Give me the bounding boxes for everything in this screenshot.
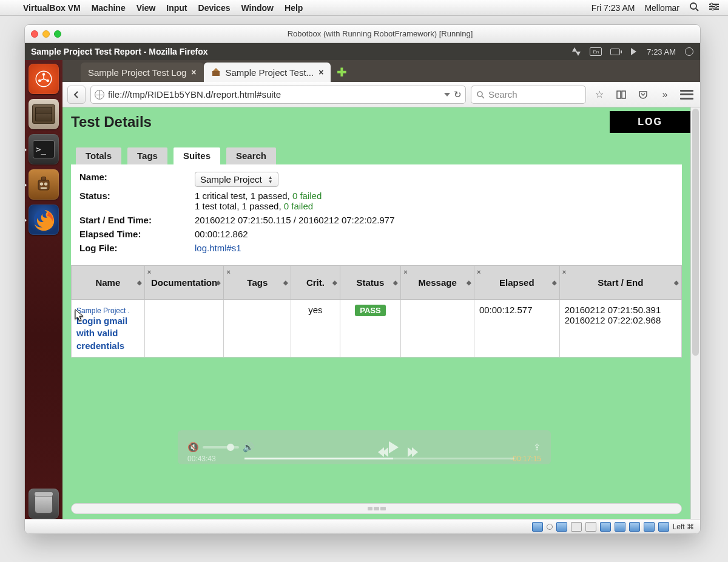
share-icon[interactable]: ⇪ xyxy=(533,442,541,453)
media-controls-overlay: 🔇🔊 ⇪ 00:43:43 -00:17:15 xyxy=(178,430,551,464)
vb-indicator-shared-icon[interactable] xyxy=(585,522,596,532)
control-center-icon[interactable] xyxy=(709,2,720,13)
cell-documentation xyxy=(144,300,224,357)
mac-menu-item[interactable]: View xyxy=(136,3,156,13)
vb-indicator-mouse-icon[interactable] xyxy=(658,522,669,532)
battery-indicator-icon[interactable] xyxy=(610,47,620,56)
bookmark-star-icon[interactable]: ☆ xyxy=(591,86,608,103)
vb-indicator-recording-icon[interactable] xyxy=(629,522,640,532)
hamburger-menu-icon[interactable] xyxy=(678,86,695,103)
tab-favicon-icon xyxy=(211,67,221,77)
keyboard-layout-indicator[interactable]: En xyxy=(590,47,602,56)
test-link[interactable]: Login gmail with valid credentials xyxy=(76,316,127,351)
svg-point-16 xyxy=(40,182,43,185)
col-elapsed[interactable]: ×Elapsed◆ xyxy=(474,266,559,300)
vb-status-bar: Left ⌘ xyxy=(25,519,700,533)
network-indicator-icon[interactable] xyxy=(571,47,581,56)
mac-menu-item[interactable]: Help xyxy=(285,3,303,13)
col-tags[interactable]: ×Tags◆ xyxy=(224,266,291,300)
name-label: Name: xyxy=(79,172,195,187)
mac-clock[interactable]: Fri 7:23 AM xyxy=(592,3,635,13)
vb-host-key[interactable]: Left ⌘ xyxy=(673,523,694,531)
spotlight-icon[interactable] xyxy=(689,2,699,13)
col-startend[interactable]: ×Start / End◆ xyxy=(559,266,681,300)
mac-menu-item[interactable]: Input xyxy=(166,3,187,13)
close-window-button[interactable] xyxy=(31,30,38,38)
session-gear-icon[interactable] xyxy=(684,47,694,56)
terminal-app-icon[interactable]: >_ xyxy=(29,134,59,164)
tab-tags[interactable]: Tags xyxy=(127,147,167,164)
horizontal-scrollbar[interactable] xyxy=(71,503,682,514)
tab-suites[interactable]: Suites xyxy=(174,147,220,164)
maximize-window-button[interactable] xyxy=(54,30,61,38)
minimize-window-button[interactable] xyxy=(42,30,50,38)
search-bar[interactable]: Search xyxy=(471,86,586,104)
detail-tabs: Totals Tags Suites Search xyxy=(76,147,690,164)
back-button[interactable] xyxy=(67,86,86,104)
suite-name-select[interactable]: Sample Project ▲▼ xyxy=(195,172,278,187)
tab-totals[interactable]: Totals xyxy=(76,147,121,164)
status-value: 1 critical test, 1 passed, 0 failed 1 te… xyxy=(195,191,673,211)
mac-app-name[interactable]: VirtualBox VM xyxy=(23,3,81,13)
vb-titlebar[interactable]: Robotbox (with Running RobotFramework) [… xyxy=(25,25,700,43)
col-documentation[interactable]: ×Documentation◆ xyxy=(144,266,224,300)
start-end-value: 20160212 07:21:50.115 / 20160212 07:22:0… xyxy=(195,215,673,225)
tab-search[interactable]: Search xyxy=(226,147,276,164)
new-tab-button[interactable]: ✚ xyxy=(334,65,349,80)
guest-os-screen: Sample Project Test Report - Mozilla Fir… xyxy=(25,43,700,519)
status-badge: PASS xyxy=(355,305,385,316)
vertical-scrollbar[interactable] xyxy=(690,107,700,519)
col-message[interactable]: ×Message◆ xyxy=(401,266,474,300)
mac-menubar: VirtualBox VM Machine View Input Devices… xyxy=(0,0,728,16)
ubuntu-clock[interactable]: 7:23 AM xyxy=(647,47,676,56)
logfile-link[interactable]: log.html#s1 xyxy=(195,243,241,253)
log-button[interactable]: LOG xyxy=(610,111,690,133)
vb-indicator-cpu-icon[interactable] xyxy=(644,522,655,532)
stepper-icon: ▲▼ xyxy=(268,175,273,184)
suite-name-value: Sample Project xyxy=(200,174,262,185)
col-status[interactable]: Status◆ xyxy=(340,266,401,300)
files-app-icon[interactable] xyxy=(29,99,59,129)
svg-line-24 xyxy=(482,96,484,98)
firefox-app-icon[interactable] xyxy=(29,205,59,235)
url-text: file:///tmp/RIDE1b5YBN.d/report.html#sui… xyxy=(108,89,440,100)
logfile-label: Log File: xyxy=(79,243,195,253)
vb-indicator-display-icon[interactable] xyxy=(600,522,611,532)
media-time-elapsed: 00:43:43 xyxy=(187,455,216,463)
col-crit[interactable]: Crit.◆ xyxy=(291,266,340,300)
mac-menu-item[interactable]: Window xyxy=(241,3,274,13)
close-tab-icon[interactable]: × xyxy=(318,67,323,77)
dash-home-icon[interactable] xyxy=(29,64,59,94)
volume-indicator-icon[interactable] xyxy=(629,47,638,56)
svg-point-23 xyxy=(477,92,482,96)
play-icon[interactable] xyxy=(389,441,399,453)
url-dropdown-icon[interactable] xyxy=(444,93,450,96)
cell-tags xyxy=(224,300,291,357)
vb-indicator-optical-icon[interactable] xyxy=(547,524,553,530)
suite-link[interactable]: Sample Project . xyxy=(76,306,130,315)
trash-icon[interactable] xyxy=(29,489,59,519)
volume-control[interactable]: 🔇🔊 xyxy=(187,442,254,453)
vb-indicator-hd-icon[interactable] xyxy=(532,522,543,532)
svg-marker-22 xyxy=(213,68,219,71)
close-tab-icon[interactable]: × xyxy=(191,67,196,77)
site-identity-icon[interactable] xyxy=(95,90,104,100)
mac-menu-item[interactable]: Devices xyxy=(198,3,231,13)
start-end-label: Start / End Time: xyxy=(79,215,195,225)
robot-app-icon[interactable] xyxy=(29,169,59,200)
vb-indicator-network-icon[interactable] xyxy=(556,522,567,532)
tab-inactive[interactable]: Sample Project Test Log × xyxy=(81,63,204,82)
media-progress-bar[interactable] xyxy=(244,458,514,459)
reader-view-icon[interactable] xyxy=(613,86,630,103)
vb-indicator-usb-icon[interactable] xyxy=(571,522,582,532)
mac-menu-item[interactable]: Machine xyxy=(92,3,126,13)
reload-icon[interactable]: ↻ xyxy=(454,89,462,100)
page-heading: Test Details xyxy=(62,107,160,137)
overflow-chevron-icon[interactable]: » xyxy=(656,86,673,103)
url-bar[interactable]: file:///tmp/RIDE1b5YBN.d/report.html#sui… xyxy=(90,86,466,104)
tab-active[interactable]: Sample Project Test... × xyxy=(204,63,331,82)
vb-indicator-vrde-icon[interactable] xyxy=(615,522,625,532)
pocket-icon[interactable] xyxy=(635,86,652,103)
mac-user[interactable]: Mellomar xyxy=(644,3,679,13)
col-name[interactable]: Name◆ xyxy=(72,266,145,300)
